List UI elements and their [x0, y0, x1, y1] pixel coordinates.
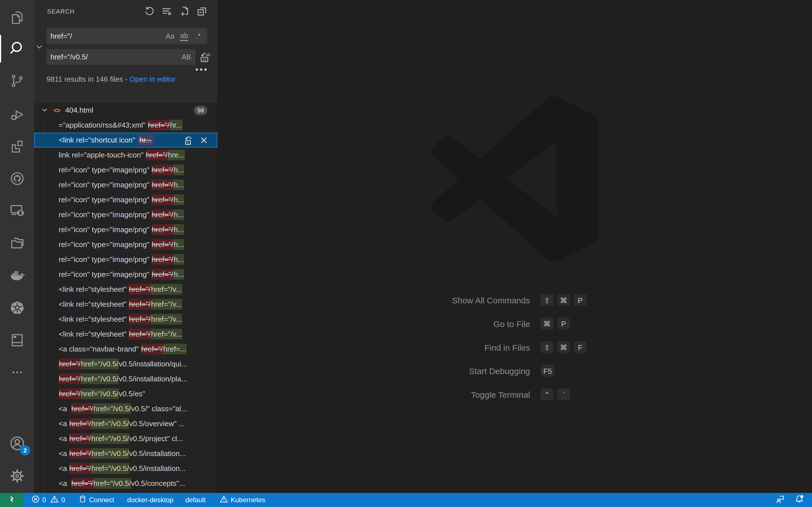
- match-text: href="/: [71, 478, 93, 489]
- replace-all-button[interactable]: abac: [199, 51, 211, 64]
- sidebar-item-containers[interactable]: [0, 325, 34, 355]
- search-result-row[interactable]: <link rel="stylesheet" href="/href="/v..…: [34, 312, 217, 327]
- replace-preview-text: href="/v0.5/: [91, 463, 129, 474]
- remote-explorer-icon: [9, 203, 26, 219]
- match-text: href="/: [151, 179, 173, 190]
- result-text: <link rel="shortcut icon": [59, 136, 137, 144]
- notifications-bell-icon[interactable]: [795, 494, 804, 506]
- search-result-row[interactable]: <a class="navbar-brand" href="/href=...: [34, 342, 217, 356]
- search-result-row[interactable]: rel="icon" type="image/png" href="/h...: [34, 237, 217, 252]
- search-result-row[interactable]: link rel="apple-touch-icon" href="/hre..…: [34, 148, 217, 163]
- search-result-row[interactable]: rel="icon" type="image/png" href="/h...: [34, 207, 217, 222]
- search-result-row[interactable]: rel="icon" type="image/png" href="/h...: [34, 267, 217, 282]
- result-text: <link rel="stylesheet": [59, 300, 129, 308]
- preserve-case-toggle[interactable]: AB: [180, 51, 193, 63]
- docker-context-label: docker-desktop: [127, 496, 173, 504]
- search-result-row[interactable]: rel="icon" type="image/png" href="/h...: [34, 177, 217, 192]
- search-panel: SEARCH href="/ Aa ab .* href="/v0.5/ AB …: [34, 0, 217, 493]
- search-result-row[interactable]: href="/href="/v0.5/v0.5/installation/qui…: [34, 356, 217, 372]
- sidebar-item-remote-explorer[interactable]: [0, 196, 34, 226]
- match-text: href="/: [69, 433, 91, 444]
- search-result-row[interactable]: <a href="/href="/v0.5/v0.5/overview" ...: [34, 416, 217, 431]
- search-result-row[interactable]: rel="icon" type="image/png" href="/h...: [34, 192, 217, 207]
- result-text: rel="icon" type="image/png": [59, 180, 151, 189]
- result-text: v0.5/project" cl...: [129, 434, 183, 443]
- collapse-all-button[interactable]: [196, 5, 208, 17]
- sidebar-item-github[interactable]: [0, 164, 34, 193]
- match-text: href="/: [71, 403, 93, 414]
- errors-icon: [31, 495, 40, 505]
- sqltools-connect-button[interactable]: Connect: [79, 495, 114, 505]
- replace-preview-text: href="/v0.5/: [91, 448, 129, 459]
- toggle-replace-button[interactable]: [35, 42, 44, 51]
- search-result-row[interactable]: rel="icon" type="image/png" href="/h...: [34, 222, 217, 237]
- sidebar-item-search[interactable]: [0, 34, 34, 64]
- file-name: 404.html: [65, 106, 93, 115]
- result-text: <link rel="stylesheet": [59, 315, 129, 323]
- search-result-row[interactable]: <link rel="stylesheet" href="/href="/v..…: [34, 282, 217, 297]
- settings-button[interactable]: [0, 461, 34, 491]
- search-result-row[interactable]: <a href="/href="/v0.5/v0.5/project" cl..…: [34, 431, 217, 446]
- search-result-row[interactable]: <link rel="stylesheet" href="/href="/v..…: [34, 327, 217, 342]
- replace-preview-text: hre...: [168, 150, 185, 160]
- replace-preview-text: href="/v0.5/: [81, 374, 119, 384]
- kubernetes-icon: [9, 299, 26, 316]
- docker-context-button[interactable]: docker-desktop: [127, 496, 173, 504]
- sidebar-item-docker[interactable]: [0, 260, 34, 290]
- clear-search-results-button[interactable]: [160, 5, 173, 17]
- match-text: href="/: [141, 344, 163, 354]
- namespace-button[interactable]: default: [185, 496, 206, 504]
- search-result-row[interactable]: <a href="/href="/v0.5/v0.5/installation.…: [34, 461, 217, 476]
- vscode-logo-watermark: [430, 96, 599, 263]
- replace-input-value: href="/v0.5/: [50, 53, 88, 61]
- match-case-toggle[interactable]: Aa: [164, 30, 176, 42]
- search-input[interactable]: href="/ Aa ab .*: [47, 28, 207, 44]
- search-result-row[interactable]: <link rel="stylesheet" href="/href="/v..…: [34, 297, 217, 312]
- search-result-row[interactable]: rel="icon" type="image/png" href="/h...: [34, 163, 217, 177]
- whole-word-toggle[interactable]: ab: [178, 30, 190, 42]
- sidebar-item-run-debug[interactable]: [0, 100, 34, 130]
- refresh-button[interactable]: [144, 5, 156, 17]
- replace-input[interactable]: href="/v0.5/ AB: [47, 49, 195, 65]
- regex-toggle[interactable]: .*: [192, 30, 204, 42]
- match-text: href="/: [151, 165, 173, 175]
- search-result-row[interactable]: <a href="/href="/v0.5/v0.5/" class="al..…: [34, 401, 217, 416]
- search-input-value: href="/: [50, 32, 72, 41]
- sidebar-item-more[interactable]: [0, 357, 34, 387]
- open-in-editor-link[interactable]: Open in editor: [130, 75, 175, 83]
- sidebar-item-explorer[interactable]: [0, 3, 34, 33]
- remote-indicator-button[interactable]: [0, 493, 23, 507]
- settings-gear-icon: [9, 468, 26, 484]
- kubernetes-context-button[interactable]: Kubernetes: [220, 495, 265, 505]
- result-text: v0.5/es": [119, 390, 145, 398]
- result-text: rel="icon" type="image/png": [59, 210, 151, 219]
- dismiss-match-button[interactable]: [198, 135, 209, 146]
- match-text: hr...: [137, 135, 154, 145]
- problems-button[interactable]: 0 0: [31, 495, 65, 505]
- toggle-search-details-button[interactable]: •••: [194, 65, 210, 75]
- search-result-row[interactable]: ="application/rss&#43;xml" href="/hr...: [34, 118, 217, 133]
- accounts-button[interactable]: 2: [0, 429, 34, 458]
- keyboard-key: P: [557, 318, 570, 331]
- search-result-row[interactable]: href="/href="/v0.5/v0.5/es": [34, 386, 217, 401]
- replace-match-button[interactable]: bc: [183, 135, 194, 146]
- match-text: href="/: [151, 224, 173, 235]
- folders-library-icon: [9, 235, 26, 251]
- search-result-row[interactable]: <a href="/href="/v0.5/v0.5/concepts"...: [34, 476, 217, 491]
- search-result-row[interactable]: <link rel="shortcut icon" hr...bc: [34, 133, 217, 148]
- feedback-button[interactable]: [775, 494, 785, 506]
- extensions-icon: [9, 138, 25, 154]
- search-result-row[interactable]: href="/href="/v0.5/v0.5/installation/pla…: [34, 372, 217, 386]
- search-result-row[interactable]: <a href="/href="/v0.5/v0.5/installation.…: [34, 446, 217, 461]
- match-text: href="/: [129, 329, 151, 339]
- new-search-editor-button[interactable]: [179, 5, 191, 17]
- sidebar-item-folders[interactable]: [0, 228, 34, 258]
- source-control-icon: [9, 73, 25, 89]
- sidebar-item-kubernetes[interactable]: [0, 293, 34, 323]
- match-text: href="/: [151, 254, 173, 265]
- sidebar-item-extensions[interactable]: [0, 131, 34, 161]
- keyboard-key: ⌘: [557, 341, 570, 354]
- search-result-row[interactable]: rel="icon" type="image/png" href="/h...: [34, 252, 217, 267]
- file-result-row[interactable]: <> 404.html 59: [34, 103, 217, 118]
- sidebar-item-source-control[interactable]: [0, 66, 34, 96]
